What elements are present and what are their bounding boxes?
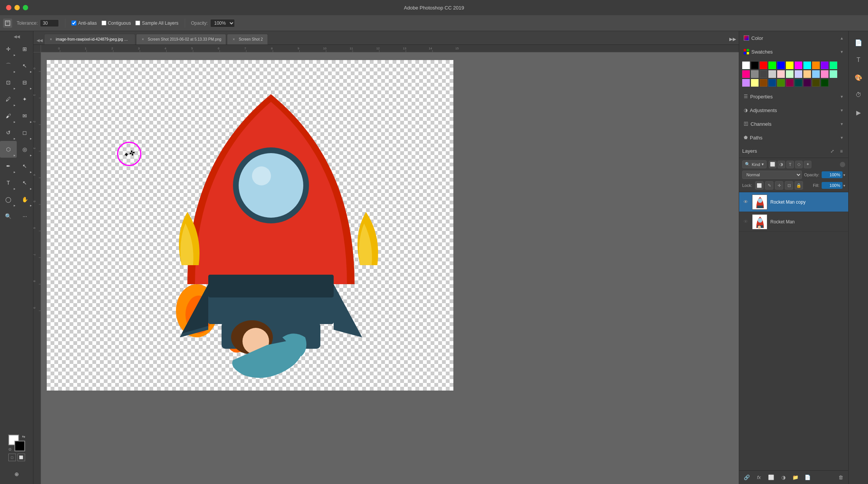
- stamp-tool[interactable]: ✉ ▶: [17, 108, 33, 124]
- fill-input[interactable]: [822, 182, 843, 189]
- move-tool[interactable]: ✛ ▶: [0, 41, 17, 57]
- swatch-item-13[interactable]: [760, 70, 767, 78]
- slice-tool[interactable]: ⊟ ▶: [17, 74, 33, 91]
- hand-tool[interactable]: ✋ ▶: [17, 191, 33, 208]
- filter-pixel-btn[interactable]: ⬜: [769, 161, 776, 168]
- swatches-panel-header[interactable]: Swatches ▼: [739, 45, 848, 59]
- fill-dropdown[interactable]: ▾: [843, 183, 845, 188]
- new-layer-btn[interactable]: 📄: [803, 473, 812, 482]
- minimize-button[interactable]: [14, 5, 20, 10]
- layer-visibility-1[interactable]: 👁: [742, 199, 749, 206]
- blur-tool[interactable]: ◎ ▶: [17, 141, 33, 158]
- pen-tool[interactable]: ✒ ▶: [0, 158, 17, 174]
- maximize-button[interactable]: [23, 5, 28, 10]
- swatch-item-2[interactable]: [760, 62, 767, 69]
- tab-2[interactable]: × Screen Shot 2019-06-02 at 5.13.33 PM.p…: [136, 34, 226, 44]
- tab-3[interactable]: × Screen Shot 2: [227, 34, 268, 44]
- swatch-item-14[interactable]: [768, 70, 776, 78]
- swatch-item-23[interactable]: [751, 79, 759, 87]
- select-tool[interactable]: ↖ ▶: [17, 57, 33, 74]
- anti-alias-checkbox[interactable]: Anti-alias: [71, 21, 97, 26]
- tool-mode-button[interactable]: [3, 19, 12, 28]
- standard-mode-icon[interactable]: ◻: [8, 454, 16, 461]
- paths-panel-header[interactable]: ⬟ Paths ▼: [739, 131, 848, 144]
- expand-panel-btn[interactable]: ⤢: [828, 147, 836, 155]
- swatch-item-22[interactable]: [742, 79, 750, 87]
- brush-tool[interactable]: 🖌 ▶: [0, 108, 17, 124]
- swatch-item-11[interactable]: [742, 70, 750, 78]
- swatch-item-8[interactable]: [812, 62, 820, 69]
- swatch-item-3[interactable]: [768, 62, 776, 69]
- filter-smart-btn[interactable]: ✦: [804, 161, 811, 168]
- type-tool-panel-btn[interactable]: T: [849, 52, 868, 68]
- group-layers-btn[interactable]: 📁: [791, 473, 800, 482]
- contiguous-checkbox[interactable]: Contiguous: [101, 21, 131, 26]
- swatch-item-24[interactable]: [760, 79, 767, 87]
- direct-select-tool[interactable]: ↖ ▶: [17, 174, 33, 191]
- tab-active[interactable]: × image-from-rawpixel-id-424879-jpeg.jpg…: [44, 34, 135, 44]
- layer-visibility-2[interactable]: 👁: [742, 218, 749, 225]
- healing-tool[interactable]: ✦: [17, 91, 33, 108]
- zoom-tool[interactable]: 🔍: [0, 208, 17, 225]
- lock-pixels-btn[interactable]: ⬜: [755, 181, 763, 190]
- swatch-item-30[interactable]: [812, 79, 820, 87]
- crop-tool[interactable]: ⊡ ▶: [0, 74, 17, 91]
- swatch-item-19[interactable]: [812, 70, 820, 78]
- blend-mode-select[interactable]: Normal: [742, 171, 802, 179]
- lasso-tool[interactable]: ⌒ ▶: [0, 57, 17, 74]
- swatch-item-0[interactable]: [742, 62, 750, 69]
- swatch-item-28[interactable]: [795, 79, 802, 87]
- canvas-viewport[interactable]: ✦✤: [41, 52, 739, 484]
- left-collapse-arrow[interactable]: ◀◀: [12, 33, 21, 41]
- eraser-tool[interactable]: ◻ ▶: [17, 124, 33, 141]
- swatch-item-12[interactable]: [751, 70, 759, 78]
- lock-position-btn[interactable]: ✛: [775, 181, 783, 190]
- swatch-item-1[interactable]: [751, 62, 759, 69]
- color-panel-header[interactable]: Color ▲: [739, 31, 848, 45]
- swatch-item-9[interactable]: [821, 62, 828, 69]
- add-mask-btn[interactable]: ⬜: [767, 473, 776, 482]
- more-tools[interactable]: ···: [17, 208, 33, 225]
- opacity-input[interactable]: [822, 171, 843, 178]
- swatch-item-10[interactable]: [830, 62, 837, 69]
- shape-tool[interactable]: ◯ ▶: [0, 191, 17, 208]
- filter-toggle[interactable]: [840, 162, 845, 167]
- filter-shape-btn[interactable]: ◇: [795, 161, 803, 168]
- contiguous-input[interactable]: [101, 21, 106, 25]
- kind-search[interactable]: 🔍 Kind ▾: [742, 160, 767, 168]
- quick-mask-icon[interactable]: ⬜: [17, 454, 25, 461]
- delete-layer-btn[interactable]: 🗑: [836, 473, 845, 482]
- sample-all-layers-checkbox[interactable]: Sample All Layers: [135, 21, 178, 26]
- history-panel-btn[interactable]: ⏱: [849, 87, 868, 103]
- swatch-item-25[interactable]: [768, 79, 776, 87]
- window-controls[interactable]: [6, 5, 28, 10]
- swatch-item-6[interactable]: [795, 62, 802, 69]
- link-layers-btn[interactable]: 🔗: [742, 473, 751, 482]
- swatch-item-5[interactable]: [786, 62, 794, 69]
- tabs-overflow-btn[interactable]: ▶▶: [728, 34, 737, 44]
- eyedropper-tool[interactable]: 🖊 ▶: [0, 91, 17, 108]
- swatch-item-16[interactable]: [786, 70, 794, 78]
- tabs-left-arrow[interactable]: ◀◀: [35, 36, 44, 44]
- close-button[interactable]: [6, 5, 11, 10]
- opacity-dropdown[interactable]: ▾: [843, 173, 845, 177]
- history-brush-tool[interactable]: ↺ ▶: [0, 124, 17, 141]
- path-select-tool[interactable]: ↖ ▶: [17, 158, 33, 174]
- actions-panel-btn[interactable]: ▶: [849, 104, 868, 121]
- tab-close-active[interactable]: ×: [49, 37, 53, 41]
- swatch-item-21[interactable]: [830, 70, 837, 78]
- swatch-item-26[interactable]: [777, 79, 785, 87]
- channels-panel-header[interactable]: ⚿ Channels ▼: [739, 117, 848, 131]
- foreground-background[interactable]: ⇆ ⊙: [8, 435, 25, 451]
- layer-fx-btn[interactable]: fx: [754, 473, 763, 482]
- panel-menu-btn[interactable]: ≡: [838, 147, 845, 155]
- screen-mode-btn[interactable]: ⊕: [8, 466, 25, 482]
- artboard-tool[interactable]: ⊞: [17, 41, 33, 57]
- background-color[interactable]: [14, 441, 25, 451]
- swatch-item-7[interactable]: [803, 62, 811, 69]
- swatch-item-15[interactable]: [777, 70, 785, 78]
- opacity-select[interactable]: 100% 75% 50% 25%: [210, 19, 235, 27]
- layer-item-rocket-man-copy[interactable]: 👁 Rocket Man copy: [739, 192, 848, 212]
- swap-colors-icon[interactable]: ⇆: [22, 435, 25, 439]
- add-adjustment-btn[interactable]: ◑: [779, 473, 788, 482]
